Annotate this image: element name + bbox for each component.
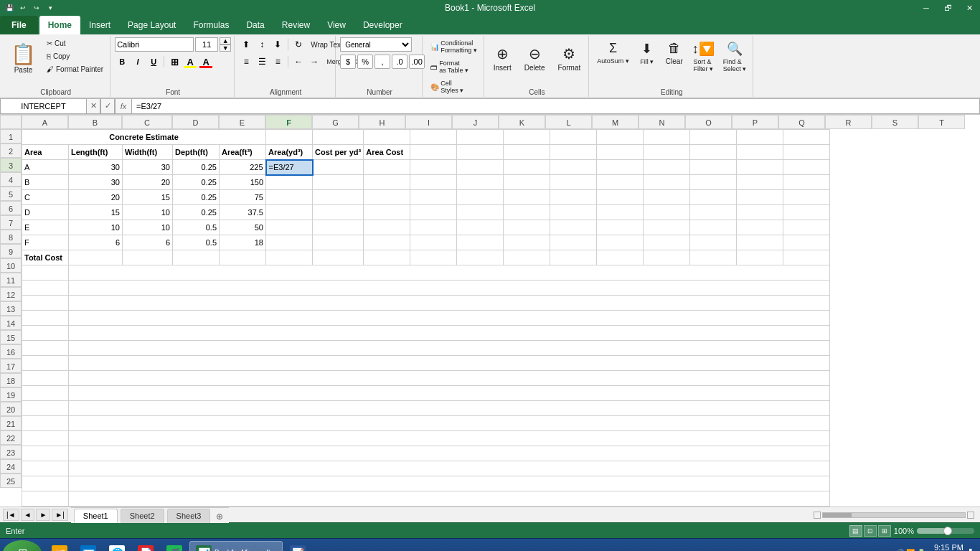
align-top-button[interactable]: ⬆ <box>239 37 253 52</box>
align-bottom-button[interactable]: ⬇ <box>270 37 285 52</box>
restore-btn[interactable]: 🗗 <box>937 0 958 16</box>
paste-button[interactable]: 📋 Paste <box>4 37 42 79</box>
cell-A9[interactable]: Total Cost <box>22 250 69 265</box>
close-btn[interactable]: ✕ <box>958 0 980 16</box>
row-6[interactable]: 6 <box>0 201 22 215</box>
cell-G2[interactable]: Cost per yd³ <box>313 145 364 160</box>
cell-N8[interactable] <box>644 235 690 250</box>
cell-P1[interactable] <box>737 130 783 145</box>
align-center-button[interactable]: ☰ <box>255 55 269 69</box>
scrollbar-horizontal[interactable] <box>822 512 966 518</box>
cell-H2[interactable]: Area Cost <box>364 145 410 160</box>
cell-N5[interactable] <box>644 190 690 205</box>
row-15[interactable]: 15 <box>0 330 22 344</box>
cell-H5[interactable] <box>364 190 410 205</box>
taskbar-acrobat[interactable]: 📄 <box>132 541 159 552</box>
cell-A24[interactable] <box>22 476 69 491</box>
col-header-E[interactable]: E <box>219 115 265 129</box>
row-16[interactable]: 16 <box>0 344 22 359</box>
cell-B6[interactable]: 15 <box>69 205 123 220</box>
cell-G7[interactable] <box>313 220 364 235</box>
cell-J6[interactable] <box>457 205 504 220</box>
cell-Q1[interactable] <box>783 130 830 145</box>
cell-G6[interactable] <box>313 205 364 220</box>
borders-button[interactable]: ⊞ <box>167 55 182 69</box>
cell-E9[interactable] <box>220 250 266 265</box>
clear-button[interactable]: 🗑 Clear <box>661 37 687 79</box>
cell-E4[interactable]: 150 <box>220 175 266 190</box>
taskbar-spotify[interactable]: 🎵 <box>161 541 188 552</box>
taskbar-excel[interactable]: 📊 Book1 - Microsoft... <box>189 541 283 552</box>
cell-D7[interactable]: 0.5 <box>173 220 220 235</box>
cell-E3[interactable]: 225 <box>220 160 266 175</box>
insert-function-button[interactable]: fx <box>115 98 132 114</box>
sheet-tab-1[interactable]: Sheet1 <box>74 509 118 523</box>
cell-M5[interactable] <box>597 190 644 205</box>
col-header-M[interactable]: M <box>592 115 639 129</box>
cell-O7[interactable] <box>690 220 737 235</box>
tab-data[interactable]: Data <box>237 16 273 34</box>
cell-Q5[interactable] <box>783 190 830 205</box>
cell-Q2[interactable] <box>783 145 830 160</box>
cell-F3[interactable]: =E3/27 <box>266 160 313 175</box>
cell-K3[interactable] <box>504 160 550 175</box>
cell-H1[interactable] <box>364 130 410 145</box>
cell-O6[interactable] <box>690 205 737 220</box>
increase-decimal-button[interactable]: .00 <box>409 55 425 69</box>
scroll-left-btn[interactable] <box>814 512 821 519</box>
sheet-tab-3[interactable]: Sheet3 <box>167 509 211 523</box>
row-3[interactable]: 3 <box>0 158 22 172</box>
col-header-Q[interactable]: Q <box>778 115 825 129</box>
cell-A20[interactable] <box>22 416 69 431</box>
cell-E7[interactable]: 50 <box>220 220 266 235</box>
cell-A14[interactable] <box>22 326 69 341</box>
cell-J2[interactable] <box>457 145 504 160</box>
autosum-button[interactable]: Σ AutoSum ▾ <box>593 37 633 79</box>
cell-E6[interactable]: 37.5 <box>220 205 266 220</box>
save-btn[interactable]: 💾 <box>4 2 15 14</box>
row-22[interactable]: 22 <box>0 430 22 445</box>
cell-K8[interactable] <box>504 235 550 250</box>
cell-F8[interactable] <box>266 235 313 250</box>
row-8[interactable]: 8 <box>0 230 22 244</box>
row-5[interactable]: 5 <box>0 187 22 201</box>
format-cells-button[interactable]: ⚙ Format <box>553 37 586 79</box>
cell-F1[interactable] <box>266 130 313 145</box>
cell-O2[interactable] <box>690 145 737 160</box>
font-color-button[interactable]: A <box>199 55 213 69</box>
cell-M6[interactable] <box>597 205 644 220</box>
col-header-O[interactable]: O <box>685 115 732 129</box>
cell-L4[interactable] <box>550 175 597 190</box>
delete-cells-button[interactable]: ⊖ Delete <box>519 37 550 79</box>
taskbar-chrome[interactable]: 🌐 <box>103 541 131 552</box>
cell-M7[interactable] <box>597 220 644 235</box>
scroll-right-btn[interactable] <box>967 512 974 519</box>
cell-I8[interactable] <box>410 235 457 250</box>
cell-E8[interactable]: 18 <box>220 235 266 250</box>
taskbar-explorer[interactable]: 📁 <box>46 541 73 552</box>
col-header-B[interactable]: B <box>68 115 122 129</box>
cell-K7[interactable] <box>504 220 550 235</box>
col-header-I[interactable]: I <box>405 115 452 129</box>
cell-Q7[interactable] <box>783 220 830 235</box>
cell-J4[interactable] <box>457 175 504 190</box>
customize-btn[interactable]: ▾ <box>44 2 56 14</box>
cell-L2[interactable] <box>550 145 597 160</box>
row-24[interactable]: 24 <box>0 459 22 474</box>
zoom-slider-thumb[interactable] <box>943 527 952 535</box>
sort-filter-button[interactable]: ↕🔽 Sort &Filter ▾ <box>689 37 718 79</box>
cell-M3[interactable] <box>597 160 644 175</box>
cell-B2[interactable]: Length(ft) <box>69 145 123 160</box>
cell-O4[interactable] <box>690 175 737 190</box>
undo-btn[interactable]: ↩ <box>17 2 29 14</box>
cell-I9[interactable] <box>410 250 457 265</box>
cell-A13[interactable] <box>22 311 69 326</box>
col-header-G[interactable]: G <box>312 115 359 129</box>
col-header-H[interactable]: H <box>359 115 405 129</box>
cell-H9[interactable] <box>364 250 410 265</box>
cell-H6[interactable] <box>364 205 410 220</box>
cell-Q6[interactable] <box>783 205 830 220</box>
cell-M9[interactable] <box>597 250 644 265</box>
number-format-select[interactable]: General Number Currency Date Percentage <box>340 37 412 52</box>
clock-display[interactable]: 9:15 PM 9/23/2013 <box>928 542 963 551</box>
